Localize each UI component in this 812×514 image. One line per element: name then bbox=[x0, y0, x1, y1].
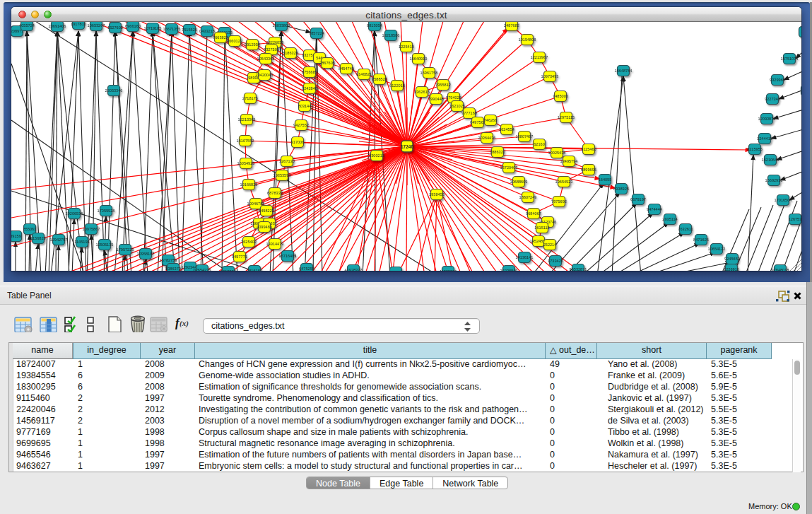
svg-text:8454749: 8454749 bbox=[339, 66, 354, 71]
svg-text:9115460: 9115460 bbox=[581, 147, 596, 151]
svg-text:23420046: 23420046 bbox=[256, 73, 273, 77]
svg-text:2718176: 2718176 bbox=[242, 96, 258, 100]
svg-text:16961758: 16961758 bbox=[420, 71, 438, 75]
svg-text:16782759: 16782759 bbox=[160, 258, 177, 262]
svg-text:252214: 252214 bbox=[543, 243, 557, 247]
svg-text:13495794: 13495794 bbox=[560, 159, 578, 163]
svg-text:12213967: 12213967 bbox=[531, 55, 548, 59]
svg-text:10975867: 10975867 bbox=[83, 227, 100, 231]
svg-text:4055724: 4055724 bbox=[19, 23, 35, 28]
svg-text:1990448: 1990448 bbox=[428, 97, 444, 101]
svg-text:10688609: 10688609 bbox=[510, 180, 528, 184]
svg-text:14136141: 14136141 bbox=[516, 255, 534, 259]
svg-text:1527602: 1527602 bbox=[107, 25, 123, 30]
svg-text:1615112: 1615112 bbox=[534, 226, 549, 230]
svg-text:7485003: 7485003 bbox=[553, 94, 568, 98]
svg-text:1917810: 1917810 bbox=[71, 22, 86, 26]
svg-text:20691406: 20691406 bbox=[49, 24, 66, 28]
svg-text:48350305: 48350305 bbox=[387, 270, 405, 271]
svg-text:9227341: 9227341 bbox=[765, 97, 780, 101]
svg-text:1156829: 1156829 bbox=[30, 236, 45, 240]
svg-text:16210643: 16210643 bbox=[762, 158, 779, 162]
svg-text:10543362: 10543362 bbox=[257, 57, 275, 61]
svg-text:5498222: 5498222 bbox=[259, 209, 274, 213]
svg-text:1225419: 1225419 bbox=[399, 45, 414, 49]
svg-text:2935114: 2935114 bbox=[662, 217, 677, 221]
svg-text:9327509: 9327509 bbox=[264, 47, 279, 52]
svg-text:16640910: 16640910 bbox=[410, 57, 428, 61]
svg-text:15720407: 15720407 bbox=[500, 165, 518, 170]
svg-text:855061: 855061 bbox=[23, 227, 37, 231]
svg-text:12942757: 12942757 bbox=[50, 238, 68, 242]
svg-text:15716485: 15716485 bbox=[279, 254, 297, 258]
svg-text:19166825: 19166825 bbox=[240, 182, 258, 187]
svg-text:9794028: 9794028 bbox=[446, 95, 461, 100]
svg-text:41928327: 41928327 bbox=[345, 268, 363, 271]
svg-text:15751074: 15751074 bbox=[781, 57, 799, 61]
svg-text:1362615: 1362615 bbox=[414, 90, 430, 94]
svg-text:19353594: 19353594 bbox=[273, 173, 291, 177]
svg-text:9457771: 9457771 bbox=[232, 255, 247, 259]
svg-text:803144: 803144 bbox=[298, 104, 312, 108]
svg-text:126753: 126753 bbox=[789, 217, 801, 221]
svg-text:22053346: 22053346 bbox=[105, 88, 123, 93]
svg-text:7816184: 7816184 bbox=[247, 269, 262, 271]
svg-text:6966160: 6966160 bbox=[125, 24, 141, 28]
svg-text:17240: 17240 bbox=[401, 144, 413, 149]
svg-text:18807249: 18807249 bbox=[519, 195, 537, 199]
svg-text:2867608: 2867608 bbox=[319, 61, 335, 65]
svg-text:20206536: 20206536 bbox=[66, 211, 83, 216]
svg-text:6679197: 6679197 bbox=[630, 197, 646, 201]
svg-text:1621028: 1621028 bbox=[449, 104, 465, 108]
svg-text:10973493: 10973493 bbox=[541, 74, 559, 78]
svg-text:10719185: 10719185 bbox=[144, 26, 162, 30]
svg-text:164095: 164095 bbox=[599, 177, 612, 182]
svg-text:9427552: 9427552 bbox=[293, 123, 309, 127]
svg-text:8938928: 8938928 bbox=[613, 187, 629, 191]
svg-text:10046788: 10046788 bbox=[247, 201, 265, 206]
svg-text:39159: 39159 bbox=[11, 234, 21, 238]
svg-text:7663822: 7663822 bbox=[213, 35, 228, 40]
svg-text:7632611: 7632611 bbox=[678, 227, 693, 231]
svg-text:5912954: 5912954 bbox=[245, 42, 260, 47]
svg-text:1938455: 1938455 bbox=[429, 192, 445, 197]
svg-text:41395376: 41395376 bbox=[440, 269, 457, 271]
svg-text:7886322: 7886322 bbox=[490, 150, 505, 154]
svg-text:1112: 1112 bbox=[801, 30, 801, 34]
svg-text:1226916: 1226916 bbox=[724, 267, 739, 271]
svg-text:96532871: 96532871 bbox=[570, 267, 587, 271]
svg-text:917006: 917006 bbox=[291, 140, 305, 144]
svg-text:6497565: 6497565 bbox=[470, 120, 486, 124]
svg-text:14914479: 14914479 bbox=[266, 242, 284, 246]
svg-text:16671355: 16671355 bbox=[163, 27, 181, 31]
svg-text:6878332: 6878332 bbox=[267, 191, 283, 195]
svg-text:6122018: 6122018 bbox=[389, 83, 405, 88]
svg-text:17016504: 17016504 bbox=[775, 198, 792, 202]
svg-text:16648784: 16648784 bbox=[615, 69, 632, 73]
svg-text:10154808: 10154808 bbox=[519, 37, 536, 42]
svg-text:6899695: 6899695 bbox=[581, 168, 596, 172]
svg-text:12213369: 12213369 bbox=[238, 117, 256, 122]
svg-text:2300213: 2300213 bbox=[369, 153, 384, 158]
svg-text:8215955: 8215955 bbox=[747, 147, 763, 151]
svg-text:7625402: 7625402 bbox=[241, 240, 257, 244]
svg-text:9245652: 9245652 bbox=[724, 257, 740, 261]
svg-text:4099489: 4099489 bbox=[257, 225, 272, 229]
svg-text:1615594: 1615594 bbox=[220, 269, 236, 271]
svg-text:8471626: 8471626 bbox=[693, 238, 709, 242]
svg-text:10654122: 10654122 bbox=[708, 247, 726, 251]
svg-text:10807487: 10807487 bbox=[516, 134, 534, 139]
svg-text:9474444: 9474444 bbox=[647, 207, 662, 211]
svg-text:(x): (x) bbox=[180, 319, 189, 328]
svg-text:8813054: 8813054 bbox=[367, 23, 382, 28]
svg-text:02654235: 02654235 bbox=[194, 268, 211, 271]
svg-text:8186328: 8186328 bbox=[283, 51, 298, 55]
svg-text:13218586: 13218586 bbox=[382, 33, 400, 37]
svg-text:9777169: 9777169 bbox=[461, 111, 477, 115]
svg-text:62160: 62160 bbox=[534, 142, 545, 146]
svg-text:20364436: 20364436 bbox=[478, 136, 496, 140]
svg-text:16054925: 16054925 bbox=[237, 161, 255, 165]
svg-text:9684067: 9684067 bbox=[526, 211, 541, 216]
svg-text:12505135: 12505135 bbox=[96, 243, 114, 247]
svg-text:1244415: 1244415 bbox=[757, 136, 772, 141]
